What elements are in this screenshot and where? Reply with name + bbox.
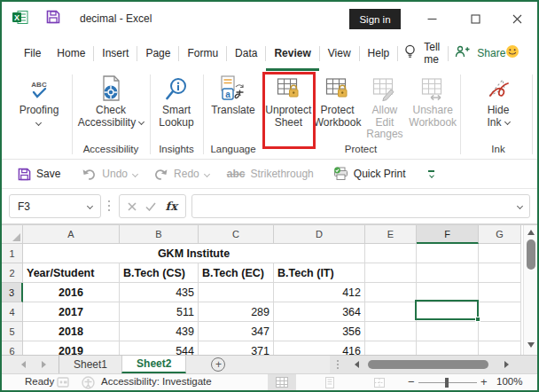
selected-cell-F3[interactable] xyxy=(415,300,479,320)
cell-E1[interactable] xyxy=(365,244,417,263)
check-accessibility-button[interactable]: Check Accessibility xyxy=(78,73,144,129)
row-header-3[interactable]: 3 xyxy=(2,283,23,302)
tab-help[interactable]: Help xyxy=(360,35,398,71)
row-header-6[interactable]: 6 xyxy=(2,341,23,355)
protect-workbook-button[interactable]: Protect Workbook xyxy=(314,73,362,141)
scroll-right-arrow[interactable] xyxy=(504,361,509,368)
new-sheet-button[interactable]: + xyxy=(211,357,225,372)
cell-A5[interactable]: 2018 xyxy=(23,322,120,341)
sheet-tab-sheet1[interactable]: Sheet1 xyxy=(59,356,121,373)
cell-E3[interactable] xyxy=(365,283,417,302)
cell-D3[interactable]: 412 xyxy=(274,283,365,302)
scroll-left-arrow[interactable] xyxy=(355,361,359,368)
cell-E4[interactable] xyxy=(365,302,417,322)
tab-review[interactable]: Review xyxy=(266,35,318,71)
close-button[interactable] xyxy=(500,2,534,35)
qat-quick-print-button[interactable]: Quick Print xyxy=(333,167,406,181)
column-header-D[interactable]: D xyxy=(274,225,365,244)
name-box-dropdown-icon[interactable] xyxy=(87,203,93,209)
cell-G2[interactable] xyxy=(479,263,521,283)
cell-B5[interactable]: 439 xyxy=(120,322,199,341)
column-header-A[interactable]: A xyxy=(23,225,120,244)
cell-C6[interactable]: 371 xyxy=(199,341,274,355)
cell-D5[interactable]: 356 xyxy=(274,322,365,341)
accessibility-status[interactable]: Accessibility: Investigate xyxy=(101,376,212,387)
cell-G5[interactable] xyxy=(479,322,521,341)
qat-save-button[interactable]: Save xyxy=(18,168,60,181)
tab-file[interactable]: File xyxy=(16,35,49,71)
vertical-scrollbar[interactable] xyxy=(523,225,537,355)
tab-data[interactable]: Data xyxy=(227,35,265,71)
cell-F2[interactable] xyxy=(417,263,479,283)
translate-button[interactable]: a Translate xyxy=(211,73,255,117)
cell-E2[interactable] xyxy=(365,263,417,283)
horizontal-scrollbar[interactable] xyxy=(330,356,537,373)
name-box[interactable]: F3 xyxy=(9,194,101,218)
zoom-slider-handle[interactable] xyxy=(445,378,449,388)
normal-view-button[interactable] xyxy=(268,374,296,390)
sign-in-button[interactable]: Sign in xyxy=(349,9,401,29)
cell-F5[interactable] xyxy=(417,322,479,341)
cell-B2[interactable]: B.Tech (CS) xyxy=(120,263,199,283)
cell-F1[interactable] xyxy=(417,244,479,263)
pane-splitter-dots[interactable] xyxy=(337,364,339,365)
tell-me[interactable]: Tell me xyxy=(424,41,441,66)
hide-ink-button[interactable]: Hide Ink xyxy=(486,73,511,129)
cell-G6[interactable] xyxy=(479,341,521,355)
row-header-5[interactable]: 5 xyxy=(2,322,23,341)
tab-insert[interactable]: Insert xyxy=(94,35,137,71)
sheet-tab-sheet2[interactable]: Sheet2 xyxy=(121,356,186,373)
zoom-level[interactable]: 100% xyxy=(496,376,522,387)
cell-F6[interactable] xyxy=(417,341,479,355)
cell-G3[interactable] xyxy=(479,283,521,302)
row-header-4[interactable]: 4 xyxy=(2,302,23,322)
cell-D6[interactable]: 416 xyxy=(274,341,365,355)
cell-A3[interactable]: 2016 xyxy=(23,283,120,302)
titlebar-save-icon[interactable] xyxy=(46,10,60,27)
cell-A4[interactable]: 2017 xyxy=(23,302,120,322)
fill-handle[interactable] xyxy=(475,317,480,322)
cell-B4[interactable]: 511 xyxy=(120,302,199,322)
share-button[interactable]: Share xyxy=(477,47,505,59)
cell-C5[interactable]: 347 xyxy=(199,322,274,341)
formula-bar-drag-dots[interactable] xyxy=(108,200,110,202)
page-layout-view-button[interactable] xyxy=(316,374,344,390)
insert-function-button[interactable]: fx xyxy=(166,200,177,213)
cell-A2[interactable]: Year/Student xyxy=(23,263,120,283)
column-header-E[interactable]: E xyxy=(365,225,417,244)
accessibility-icon[interactable] xyxy=(82,376,95,391)
prev-sheet-arrow[interactable] xyxy=(21,361,26,368)
smart-lookup-button[interactable]: Smart Lookup xyxy=(159,73,193,129)
cell-B6[interactable]: 544 xyxy=(120,341,199,355)
feedback-smiley-icon[interactable] xyxy=(505,44,519,62)
tab-page[interactable]: Page xyxy=(137,35,178,71)
proofing-button[interactable]: ABC Proofing xyxy=(20,73,59,125)
cell-C4[interactable]: 289 xyxy=(199,302,274,322)
select-all-corner[interactable] xyxy=(2,225,23,244)
column-header-C[interactable]: C xyxy=(199,225,274,244)
macro-record-icon[interactable] xyxy=(57,377,69,389)
scroll-up-arrow[interactable] xyxy=(527,230,535,235)
column-header-F[interactable]: F xyxy=(417,225,479,244)
cell-B3[interactable]: 435 xyxy=(120,283,199,302)
row-header-1[interactable]: 1 xyxy=(2,244,23,263)
zoom-in-button[interactable]: + xyxy=(480,375,488,388)
tab-home[interactable]: Home xyxy=(49,35,93,71)
tab-formu[interactable]: Formu xyxy=(179,35,226,71)
cell-A6[interactable]: 2019 xyxy=(23,341,120,355)
vertical-scroll-thumb[interactable] xyxy=(527,239,535,270)
cell-G1[interactable] xyxy=(479,244,521,263)
column-header-B[interactable]: B xyxy=(120,225,199,244)
formula-bar-expand-icon[interactable] xyxy=(517,203,523,209)
formula-input[interactable] xyxy=(191,194,530,218)
cell-D4[interactable]: 364 xyxy=(274,302,365,322)
scroll-down-arrow[interactable] xyxy=(527,342,535,348)
page-break-view-button[interactable] xyxy=(365,374,394,390)
tab-view[interactable]: View xyxy=(320,35,359,71)
row-header-2[interactable]: 2 xyxy=(2,263,23,283)
cell-C3[interactable] xyxy=(199,283,274,302)
cell-C2[interactable]: B.Tech (EC) xyxy=(199,263,274,283)
cell-E6[interactable] xyxy=(365,341,417,355)
maximize-button[interactable] xyxy=(458,2,492,35)
cell-E5[interactable] xyxy=(365,322,417,341)
